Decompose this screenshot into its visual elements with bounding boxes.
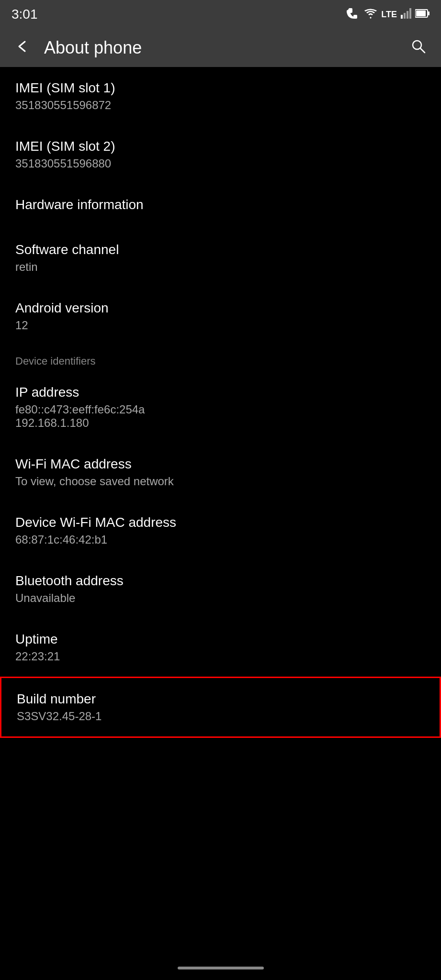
item-subtitle: fe80::c473:eeff:fe6c:254a 192.168.1.180 [15, 403, 426, 430]
item-title: Wi-Fi MAC address [15, 457, 426, 472]
list-item-software-channel[interactable]: Software channelretin [0, 229, 441, 287]
list-item-uptime[interactable]: Uptime22:23:21 [0, 618, 441, 677]
phone-wifi-icon [347, 8, 360, 21]
signal-icon [401, 8, 411, 21]
item-subtitle: 22:23:21 [15, 650, 426, 663]
svg-rect-2 [407, 11, 408, 19]
list-item-hardware[interactable]: Hardware information [0, 184, 441, 229]
list-item-device-wifi-mac[interactable]: Device Wi-Fi MAC address68:87:1c:46:42:b… [0, 501, 441, 560]
lte-badge: LTE [381, 10, 397, 20]
list-item-imei2[interactable]: IMEI (SIM slot 2)351830551596880 [0, 125, 441, 184]
status-bar: 3:01 LTE [0, 0, 441, 29]
nav-indicator [178, 967, 264, 969]
item-subtitle: Unavailable [15, 591, 426, 605]
svg-rect-3 [409, 8, 411, 19]
section-header-text: Device identifiers [15, 355, 96, 367]
list-item-imei1[interactable]: IMEI (SIM slot 1)351830551596872 [0, 67, 441, 125]
item-subtitle: To view, choose saved network [15, 475, 426, 488]
svg-rect-1 [404, 13, 406, 19]
list-item-android-version[interactable]: Android version12 [0, 287, 441, 345]
item-title: Android version [15, 301, 426, 316]
list-item-ip-address[interactable]: IP addressfe80::c473:eeff:fe6c:254a 192.… [0, 371, 441, 443]
svg-rect-5 [428, 11, 430, 15]
svg-rect-6 [416, 11, 426, 16]
wifi-icon [364, 8, 377, 21]
status-time: 3:01 [11, 7, 38, 22]
list-item-bluetooth[interactable]: Bluetooth addressUnavailable [0, 560, 441, 618]
back-button[interactable] [11, 36, 33, 60]
list-item-wifi-mac[interactable]: Wi-Fi MAC addressTo view, choose saved n… [0, 443, 441, 501]
item-subtitle: 351830551596872 [15, 99, 426, 112]
page-title: About phone [44, 38, 142, 58]
item-title: Software channel [15, 242, 426, 257]
section-header-device-identifiers-header: Device identifiers [0, 345, 441, 371]
item-subtitle: 351830551596880 [15, 157, 426, 170]
status-icons: LTE [347, 8, 430, 21]
item-title: Hardware information [15, 197, 426, 212]
battery-icon [415, 8, 430, 21]
toolbar: About phone [0, 29, 441, 67]
list-item-build-number[interactable]: Build numberS3SV32.45-28-1 [0, 677, 441, 738]
item-subtitle: 12 [15, 319, 426, 332]
item-title: Uptime [15, 632, 426, 647]
search-button[interactable] [407, 35, 430, 61]
item-subtitle: retin [15, 260, 426, 274]
item-subtitle: 68:87:1c:46:42:b1 [15, 533, 426, 546]
toolbar-left: About phone [11, 36, 142, 60]
item-title: Device Wi-Fi MAC address [15, 515, 426, 530]
item-title: Build number [17, 691, 424, 707]
item-subtitle: S3SV32.45-28-1 [17, 710, 424, 723]
nav-bar [0, 956, 441, 980]
item-title: IP address [15, 385, 426, 400]
item-title: Bluetooth address [15, 573, 426, 589]
item-title: IMEI (SIM slot 1) [15, 80, 426, 96]
svg-rect-0 [401, 15, 403, 19]
svg-line-8 [420, 48, 425, 53]
item-title: IMEI (SIM slot 2) [15, 139, 426, 154]
content: IMEI (SIM slot 1)351830551596872IMEI (SI… [0, 67, 441, 738]
